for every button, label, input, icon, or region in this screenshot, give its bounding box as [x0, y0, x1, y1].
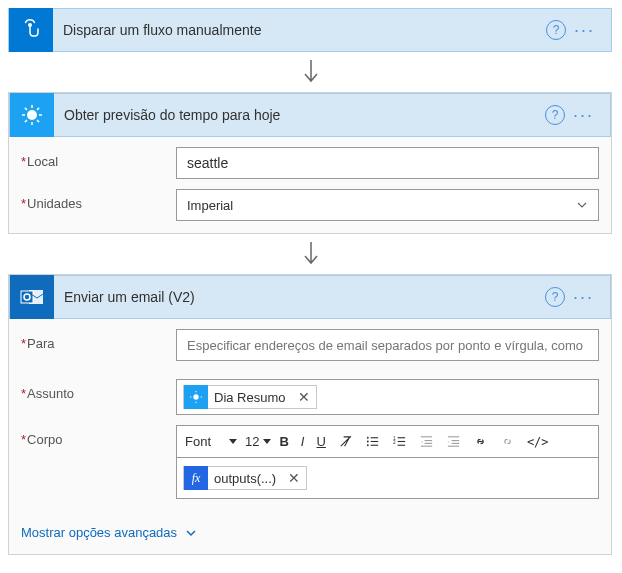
- svg-line-7: [37, 120, 39, 122]
- field-assunto: *Assunto Dia Resumo ✕: [21, 379, 599, 415]
- trigger-title: Disparar um fluxo manualmente: [53, 22, 546, 38]
- more-icon[interactable]: ···: [567, 287, 600, 308]
- unidades-label: *Unidades: [21, 189, 176, 211]
- help-icon[interactable]: ?: [546, 20, 566, 40]
- svg-rect-11: [21, 291, 33, 303]
- svg-line-6: [25, 108, 27, 110]
- show-advanced-link[interactable]: Mostrar opções avançadas: [9, 511, 209, 554]
- caret-down-icon: [263, 439, 271, 444]
- fx-label: outputs(...): [208, 471, 282, 486]
- corpo-label: *Corpo: [21, 425, 176, 447]
- token-remove-icon[interactable]: ✕: [282, 470, 306, 486]
- field-unidades: *Unidades Imperial: [21, 189, 599, 221]
- arrow-connector: [8, 58, 614, 86]
- link-button[interactable]: [467, 426, 494, 458]
- touch-icon: [9, 8, 53, 52]
- svg-point-19: [367, 441, 369, 443]
- weather-icon: [10, 93, 54, 137]
- email-card: Enviar um email (V2) ? ··· *Para *Assunt…: [8, 274, 612, 555]
- rich-text-editor: Font 12 B I U 12 </>: [176, 425, 599, 499]
- expression-token[interactable]: fx outputs(...) ✕: [183, 466, 307, 490]
- field-corpo: *Corpo Font 12 B I U 12: [21, 425, 599, 499]
- unlink-button[interactable]: [494, 426, 521, 458]
- trigger-card: Disparar um fluxo manualmente ? ···: [8, 8, 612, 52]
- svg-point-1: [27, 110, 37, 120]
- chevron-down-icon: [576, 199, 588, 211]
- weather-card: Obter previsão do tempo para hoje ? ··· …: [8, 92, 612, 234]
- trigger-header[interactable]: Disparar um fluxo manualmente ? ···: [8, 8, 612, 52]
- token-remove-icon[interactable]: ✕: [292, 389, 316, 405]
- chevron-down-icon: [185, 527, 197, 539]
- para-input[interactable]: [176, 329, 599, 361]
- svg-point-18: [367, 437, 369, 439]
- local-input[interactable]: [176, 147, 599, 179]
- weather-body: *Local *Unidades Imperial: [9, 137, 611, 233]
- number-list-button[interactable]: 12: [386, 426, 413, 458]
- svg-line-8: [25, 120, 27, 122]
- svg-text:2: 2: [393, 440, 396, 445]
- svg-point-13: [193, 394, 198, 399]
- email-body: *Para *Assunto Dia Resumo ✕: [9, 319, 611, 511]
- outlook-icon: [10, 275, 54, 319]
- local-label: *Local: [21, 147, 176, 169]
- code-view-button[interactable]: </>: [521, 426, 555, 458]
- fx-icon: fx: [184, 466, 208, 490]
- underline-button[interactable]: U: [310, 426, 331, 458]
- bold-button[interactable]: B: [273, 426, 294, 458]
- indent-button[interactable]: [440, 426, 467, 458]
- weather-actions: ? ···: [545, 105, 610, 126]
- dynamic-token[interactable]: Dia Resumo ✕: [183, 385, 317, 409]
- unidades-select[interactable]: Imperial: [176, 189, 599, 221]
- rte-content[interactable]: fx outputs(...) ✕: [177, 458, 598, 498]
- assunto-input[interactable]: Dia Resumo ✕: [176, 379, 599, 415]
- email-title: Enviar um email (V2): [54, 289, 545, 305]
- field-local: *Local: [21, 147, 599, 179]
- help-icon[interactable]: ?: [545, 287, 565, 307]
- caret-down-icon: [229, 439, 237, 444]
- email-actions: ? ···: [545, 287, 610, 308]
- svg-point-20: [367, 444, 369, 446]
- trigger-actions: ? ···: [546, 20, 611, 41]
- clear-format-button[interactable]: [332, 426, 359, 458]
- more-icon[interactable]: ···: [568, 20, 601, 41]
- weather-header[interactable]: Obter previsão do tempo para hoje ? ···: [9, 93, 611, 137]
- font-family-select[interactable]: Font: [179, 426, 239, 458]
- font-size-select[interactable]: 12: [239, 426, 273, 458]
- help-icon[interactable]: ?: [545, 105, 565, 125]
- more-icon[interactable]: ···: [567, 105, 600, 126]
- bullet-list-button[interactable]: [359, 426, 386, 458]
- email-header[interactable]: Enviar um email (V2) ? ···: [9, 275, 611, 319]
- italic-button[interactable]: I: [295, 426, 311, 458]
- rte-toolbar: Font 12 B I U 12 </>: [177, 426, 598, 458]
- field-para: *Para: [21, 329, 599, 361]
- token-label: Dia Resumo: [208, 390, 292, 405]
- weather-token-icon: [184, 385, 208, 409]
- weather-title: Obter previsão do tempo para hoje: [54, 107, 545, 123]
- arrow-connector: [8, 240, 614, 268]
- unidades-value: Imperial: [187, 198, 233, 213]
- assunto-label: *Assunto: [21, 379, 176, 401]
- outdent-button[interactable]: [413, 426, 440, 458]
- para-label: *Para: [21, 329, 176, 351]
- svg-line-9: [37, 108, 39, 110]
